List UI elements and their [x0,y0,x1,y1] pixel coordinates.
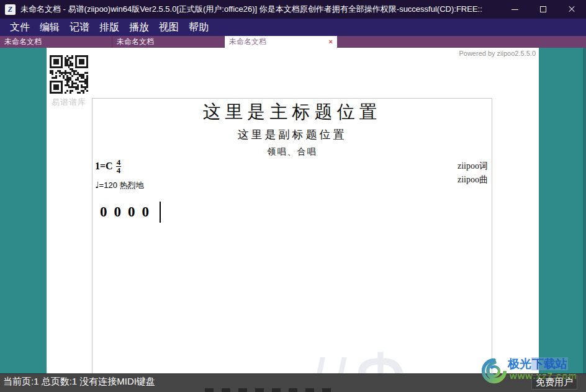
tab-close-icon[interactable]: × [329,38,333,45]
window-title: 未命名文档 - 易谱(ziipoo)win64版Ver2.5.5.0[正式版(用… [20,4,500,15]
user-badge: 免费用户 [531,375,577,390]
key-signature-text: 1=C [95,161,113,172]
tab-label: 未命名文档 [4,37,42,47]
workspace: Powered by ziipoo2.5.5.0 易谱谱库 这里是主标题位置 这… [0,48,586,373]
tab-document-3-active[interactable]: 未命名文档 × [225,36,337,48]
lyricist-credit[interactable]: ziipoo词 [458,161,488,172]
close-icon [568,6,575,13]
menu-view[interactable]: 视图 [154,19,184,36]
rest-note[interactable]: 0 [100,204,107,220]
score-performance-note[interactable]: 领唱、合唱 [92,146,492,158]
score-subtitle[interactable]: 这里是副标题位置 [92,127,492,142]
clipped-content-edge [205,388,338,392]
score-sheet[interactable]: 这里是主标题位置 这里是副标题位置 领唱、合唱 1=C 4 4 ♩=120 热烈… [92,98,492,373]
menu-play[interactable]: 播放 [124,19,154,36]
tempo-value: =120 [99,180,117,190]
menu-file[interactable]: 文件 [5,19,35,36]
quarter-note-icon: ♩ [95,180,99,190]
menu-notation[interactable]: 记谱 [65,19,94,36]
tab-label: 未命名文档 [229,37,266,47]
maximize-button[interactable] [529,0,557,19]
score-main-title[interactable]: 这里是主标题位置 [92,100,492,125]
powered-by-label: Powered by ziipoo2.5.5.0 [459,50,536,57]
tempo-text: 热烈地 [120,180,144,190]
close-button[interactable] [557,0,586,19]
maximize-icon [540,6,546,12]
site-name-part1: 极光 [508,357,531,370]
time-signature: 4 4 [116,159,122,174]
status-page-info: 当前页:1 总页数:1 没有连接MIDI键盘 [3,376,155,388]
qr-code[interactable] [48,55,89,96]
vertical-scrollbar[interactable] [583,48,586,373]
menu-edit[interactable]: 编辑 [35,19,65,36]
background-watermark: #$ [301,336,407,373]
minimize-button[interactable] [500,0,529,19]
tab-document-2[interactable]: 未命名文档 [112,36,225,48]
menu-bar: 文件 编辑 记谱 排版 播放 视图 帮助 [0,19,586,36]
edit-cursor [160,202,161,223]
jiguang-logo-icon [480,357,508,387]
qr-block: 易谱谱库 [48,55,89,108]
document-tab-bar: 未命名文档 未命名文档 未命名文档 × [0,36,586,48]
app-logo-icon: Z [5,4,16,15]
tab-document-1[interactable]: 未命名文档 [0,36,112,48]
tempo-marking[interactable]: ♩=120 热烈地 [95,180,144,191]
composer-credit[interactable]: ziipoo曲 [458,174,488,185]
rest-note[interactable]: 0 [114,204,122,220]
notation-line[interactable]: 0 0 0 0 [100,202,161,223]
window-controls [500,0,586,19]
minimize-icon [512,9,518,10]
menu-help[interactable]: 帮助 [184,19,214,36]
time-signature-bottom: 4 [117,167,121,174]
tab-label: 未命名文档 [117,37,154,47]
key-signature[interactable]: 1=C 4 4 [95,159,121,174]
qr-label: 易谱谱库 [48,97,89,108]
site-name-part2: 下载站 [531,357,568,370]
title-bar: Z 未命名文档 - 易谱(ziipoo)win64版Ver2.5.5.0[正式版… [0,0,586,19]
score-page[interactable]: Powered by ziipoo2.5.5.0 易谱谱库 这里是主标题位置 这… [47,48,539,373]
rest-note[interactable]: 0 [128,204,135,220]
rest-note[interactable]: 0 [142,204,150,220]
menu-layout[interactable]: 排版 [94,19,124,36]
